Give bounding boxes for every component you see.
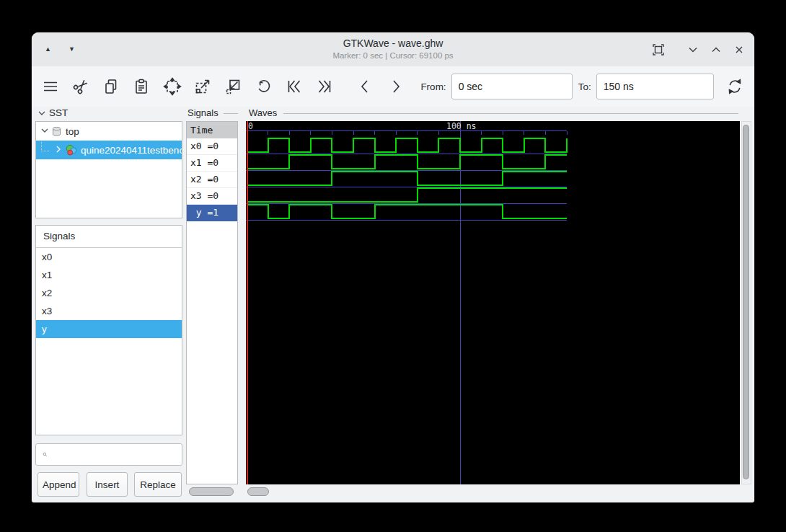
- close-icon[interactable]: [733, 43, 746, 56]
- go-to-start-icon[interactable]: [283, 75, 305, 98]
- names-horizontal-scrollbar[interactable]: [189, 487, 234, 496]
- signals-list-panel: Signals x0x1x2x3y: [35, 225, 182, 435]
- sst-label: SST: [49, 107, 68, 118]
- copy-icon[interactable]: [100, 75, 123, 98]
- window-title: GTKWave - wave.ghw: [176, 37, 610, 49]
- scrollbar-thumb[interactable]: [743, 125, 749, 479]
- wave-vertical-scrollbar[interactable]: [741, 121, 751, 484]
- frame-line: [283, 113, 738, 114]
- waveform-svg[interactable]: 0100 ns: [246, 121, 740, 484]
- chevron-down-icon[interactable]: [40, 126, 49, 137]
- zoom-in-icon[interactable]: [222, 75, 244, 98]
- wave-horizontal-scrollbar[interactable]: [247, 487, 269, 496]
- chevron-down-icon: [37, 109, 46, 118]
- waves-frame-label: Waves: [249, 107, 277, 118]
- wave-signal-row[interactable]: x3 =0: [187, 188, 237, 205]
- svg-text:0: 0: [248, 121, 253, 131]
- menu-icon[interactable]: [39, 75, 61, 98]
- wave-name-column: Time x0 =0x1 =0x2 =0x3 =0 y =1: [186, 121, 238, 484]
- svg-text:100 ns: 100 ns: [446, 121, 477, 131]
- signal-list-item[interactable]: y: [36, 320, 182, 338]
- time-column-header[interactable]: Time: [187, 122, 237, 138]
- marker-cursor-status: Marker: 0 sec | Cursor: 69100 ps: [176, 51, 610, 60]
- zoom-fit-icon[interactable]: [161, 75, 183, 98]
- replace-button[interactable]: Replace: [134, 472, 182, 497]
- tree-item-testbench[interactable]: quine20240411testbench: [36, 141, 182, 159]
- tree-connector: [41, 142, 49, 151]
- signal-list-item[interactable]: x1: [36, 266, 182, 284]
- zoom-out-icon[interactable]: [191, 75, 213, 98]
- from-label: From:: [420, 81, 446, 92]
- shade-up-button[interactable]: ▲: [45, 46, 51, 53]
- waveform-canvas[interactable]: 0100 ns: [246, 121, 740, 484]
- signals-list-header: Signals: [36, 226, 182, 248]
- insert-button[interactable]: Insert: [87, 472, 128, 497]
- step-right-icon[interactable]: [384, 75, 407, 98]
- wave-signals-frame-label: Signals: [187, 107, 218, 118]
- to-input[interactable]: [596, 74, 714, 99]
- keep-above-icon[interactable]: [652, 43, 665, 56]
- signal-search: [35, 443, 182, 466]
- sst-pane-splitter[interactable]: [35, 218, 182, 225]
- wave-signal-row[interactable]: x1 =0: [187, 155, 237, 172]
- maximize-icon[interactable]: [710, 43, 723, 56]
- step-left-icon[interactable]: [354, 75, 376, 98]
- signal-list-item[interactable]: x0: [36, 248, 182, 266]
- cut-icon[interactable]: [69, 75, 92, 98]
- paste-icon[interactable]: [131, 75, 153, 98]
- signal-list-item[interactable]: x3: [36, 302, 182, 320]
- search-input[interactable]: [52, 443, 182, 466]
- undo-icon[interactable]: [252, 75, 275, 98]
- wave-pane-splitter[interactable]: [238, 121, 246, 484]
- signal-list-item[interactable]: x2: [36, 284, 182, 302]
- chevron-right-icon[interactable]: [54, 145, 63, 156]
- component-cylinder-icon: [51, 126, 62, 137]
- search-icon: [43, 449, 48, 460]
- sst-tree: top quine20240411testbench: [35, 121, 182, 218]
- toolbar: From: To:: [32, 66, 754, 107]
- tree-item-label: top: [66, 126, 79, 137]
- titlebar[interactable]: ▲ ▼ GTKWave - wave.ghw Marker: 0 sec | C…: [32, 32, 754, 66]
- module-spheres-icon: [65, 144, 77, 156]
- tree-item-label: quine20240411testbench: [81, 145, 182, 156]
- wave-signal-row[interactable]: y =1: [187, 205, 237, 221]
- frame-line: [224, 113, 238, 114]
- wave-signal-row[interactable]: x2 =0: [187, 172, 237, 188]
- to-label: To:: [578, 81, 591, 92]
- shade-down-button[interactable]: ▼: [69, 46, 75, 53]
- minimize-icon[interactable]: [686, 43, 699, 56]
- reload-icon[interactable]: [724, 75, 746, 98]
- desktop: { "window": { "title": "GTKWave - wave.g…: [0, 0, 786, 532]
- append-button[interactable]: Append: [37, 472, 79, 497]
- wave-signal-row[interactable]: x0 =0: [187, 138, 237, 155]
- go-to-end-icon[interactable]: [314, 75, 336, 98]
- from-input[interactable]: [451, 74, 573, 99]
- gtkwave-window: ▲ ▼ GTKWave - wave.ghw Marker: 0 sec | C…: [32, 32, 754, 502]
- sst-expander[interactable]: SST: [37, 107, 68, 118]
- tree-item-top[interactable]: top: [36, 122, 182, 141]
